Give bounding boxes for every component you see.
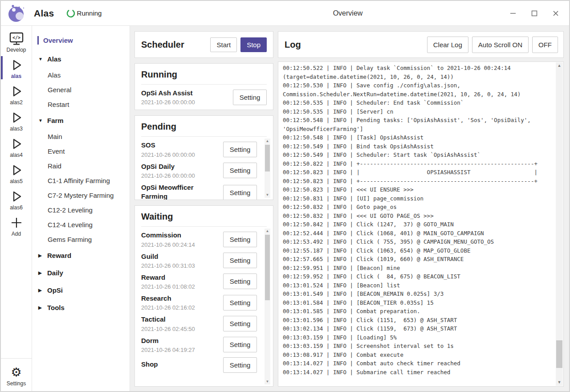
nav-item[interactable]: Gems Farming: [32, 232, 130, 247]
nav-item[interactable]: Alas: [32, 68, 130, 82]
task-time: 2021-10-26 00:31:03: [141, 262, 220, 269]
log-lines: 00:12:50.522 | INFO | Delay task `Commis…: [283, 64, 552, 376]
nav-item[interactable]: Main: [32, 129, 130, 144]
log-scrollbar[interactable]: ▲ ▼: [556, 62, 563, 386]
nav-item[interactable]: C1-1 Affinity Farming: [32, 173, 130, 188]
nav-group-tools[interactable]: ▶ Tools: [32, 299, 130, 316]
scroll-up-icon[interactable]: ▲: [556, 62, 563, 69]
nav-item[interactable]: C12-4 Leveling: [32, 217, 130, 232]
setting-button[interactable]: Setting: [223, 337, 257, 352]
nav-item[interactable]: Raid: [32, 159, 130, 173]
task-name: Reward: [141, 273, 220, 282]
log-line: 00:13:03.159 | INFO | Screenshot interva…: [283, 342, 552, 351]
nav-group-farm-children: MainEventRaidC1-1 Affinity FarmingC7-2 M…: [32, 129, 130, 247]
waiting-scrollbar[interactable]: ▲ ▼: [265, 229, 270, 384]
setting-button[interactable]: Setting: [223, 185, 257, 200]
setting-button[interactable]: Setting: [223, 295, 257, 310]
start-button[interactable]: Start: [210, 37, 237, 52]
scroll-down-icon[interactable]: ▼: [556, 379, 563, 386]
nav-group-opsi[interactable]: ▶ OpSi: [32, 282, 130, 299]
task-time: 2021-10-26 00:24:14: [141, 241, 220, 248]
task-row: SOS 2021-10-26 00:00:00 Setting: [141, 141, 267, 158]
task-row: Commission 2021-10-26 00:24:14 Setting: [141, 231, 267, 248]
log-line: 00:12:55.187 | INFO | Click (1063, 654) …: [283, 246, 552, 255]
rail-item-add[interactable]: Add: [1, 212, 32, 238]
task-row: Reward 2021-10-26 01:08:02 Setting: [141, 273, 267, 290]
rail-item-alas3[interactable]: alas3: [1, 107, 32, 133]
setting-button[interactable]: Setting: [223, 316, 257, 331]
scroll-thumb[interactable]: [556, 340, 562, 368]
nav-group-daily[interactable]: ▶ Daily: [32, 264, 130, 282]
setting-button[interactable]: Setting: [233, 90, 267, 105]
scroll-up-icon[interactable]: ▲: [265, 229, 270, 234]
rail-item-alas[interactable]: alas: [1, 55, 32, 81]
setting-button[interactable]: Setting: [223, 274, 257, 289]
chevron-right-icon: ▶: [38, 305, 47, 310]
scroll-up-icon[interactable]: ▲: [265, 139, 270, 144]
setting-button[interactable]: Setting: [223, 232, 257, 247]
log-line: 00:12:50.549 | INFO | Bind task OpsiAshA…: [283, 142, 552, 151]
nav-group-reward[interactable]: ▶ Reward: [32, 247, 130, 264]
rail-item-alas6[interactable]: alas6: [1, 186, 32, 212]
log-line: 00:12:50.522 | INFO | Delay task `Commis…: [283, 64, 552, 73]
log-line: 00:12:50.549 | INFO | Scheduler: Start t…: [283, 151, 552, 159]
log-line: 00:12:50.548 | INFO | Pending tasks: ['O…: [283, 116, 552, 125]
scroll-thumb[interactable]: [265, 235, 270, 300]
scroll-down-icon[interactable]: ▼: [265, 379, 270, 384]
task-name: Commission: [141, 231, 220, 240]
waiting-title: Waiting: [141, 206, 267, 227]
nav-group-farm[interactable]: ▼ Farm: [32, 112, 130, 129]
pending-scrollbar[interactable]: ▲ ▼: [265, 139, 270, 198]
log-title: Log: [285, 40, 423, 50]
chevron-right-icon: ▶: [38, 288, 47, 293]
rail-item-settings[interactable]: ⚙ Settings: [1, 362, 32, 388]
chevron-right-icon: ▶: [38, 270, 47, 275]
chevron-down-icon: ▼: [38, 57, 47, 61]
nav-item[interactable]: Event: [32, 144, 130, 159]
pending-list: SOS 2021-10-26 00:00:00 Setting OpSi Dai…: [135, 137, 273, 200]
rail-item-alas5[interactable]: alas5: [1, 160, 32, 186]
nav-item-overview[interactable]: Overview: [32, 34, 130, 47]
stop-button[interactable]: Stop: [240, 37, 267, 52]
task-row: Guild 2021-10-26 00:31:03 Setting: [141, 252, 267, 269]
autoscroll-off-button[interactable]: OFF: [532, 37, 558, 53]
rail-item-alas4[interactable]: alas4: [1, 134, 32, 159]
close-button[interactable]: [547, 4, 565, 22]
minimize-button[interactable]: [504, 4, 522, 22]
setting-button[interactable]: Setting: [223, 357, 257, 373]
nav-item[interactable]: C12-2 Leveling: [32, 203, 130, 217]
log-line: 00:12:59.951 | INFO | [Beacon] mine: [283, 264, 552, 273]
maximize-button[interactable]: [525, 4, 543, 22]
log-line: 00:12:50.831 | INFO | [UI] page_commissi…: [283, 194, 552, 203]
log-line: 00:12:59.952 | INFO | Click ( 84, 675) @…: [283, 272, 552, 281]
clear-log-button[interactable]: Clear Log: [427, 37, 468, 53]
scheduler-card: Scheduler Start Stop: [134, 31, 273, 58]
setting-button[interactable]: Setting: [223, 253, 257, 268]
nav-item[interactable]: C7-2 Mystery Farming: [32, 188, 130, 203]
autoscroll-on-button[interactable]: Auto Scroll ON: [472, 37, 529, 53]
scroll-down-icon[interactable]: ▼: [265, 192, 270, 198]
log-line: 00:12:50.530 | INFO | Save config ./conf…: [283, 81, 552, 90]
setting-button[interactable]: Setting: [223, 142, 257, 157]
task-name: Tactical: [141, 315, 220, 324]
nav-item[interactable]: Restart: [32, 97, 130, 112]
task-row: Dorm 2021-10-26 04:19:27 Setting: [141, 336, 267, 353]
log-line: 00:12:50.823 | INFO | +-----------------…: [283, 177, 552, 186]
log-line: 00:13:03.159 | INFO | [Loading] 5%: [283, 333, 552, 342]
nav-item[interactable]: General: [32, 82, 130, 97]
play-icon: [9, 110, 24, 125]
setting-button[interactable]: Setting: [223, 163, 257, 178]
rail-bottom: ⚙ Settings: [1, 358, 32, 391]
app-title: Alas: [34, 8, 54, 19]
content-area: Scheduler Start Stop Running OpSi Ash As…: [130, 26, 569, 391]
running-list: OpSi Ash Assist 2021-10-26 00:00:00 Sett…: [135, 85, 273, 110]
log-line: 00:12:50.535 | INFO | Scheduler: End tas…: [283, 98, 552, 107]
log-line: 00:12:50.842 | INFO | Click (1247, 37) @…: [283, 220, 552, 229]
rail-item-alas2[interactable]: alas2: [1, 81, 32, 107]
scroll-thumb[interactable]: [265, 145, 270, 172]
log-line: 00:12:50.823 | INFO | <<< UI ENSURE >>>: [283, 185, 552, 194]
play-icon: [9, 163, 24, 178]
nav-group-alas[interactable]: ▼ Alas: [32, 50, 130, 68]
rail-item-develop[interactable]: </> Develop: [1, 29, 32, 54]
play-icon: [9, 84, 24, 99]
